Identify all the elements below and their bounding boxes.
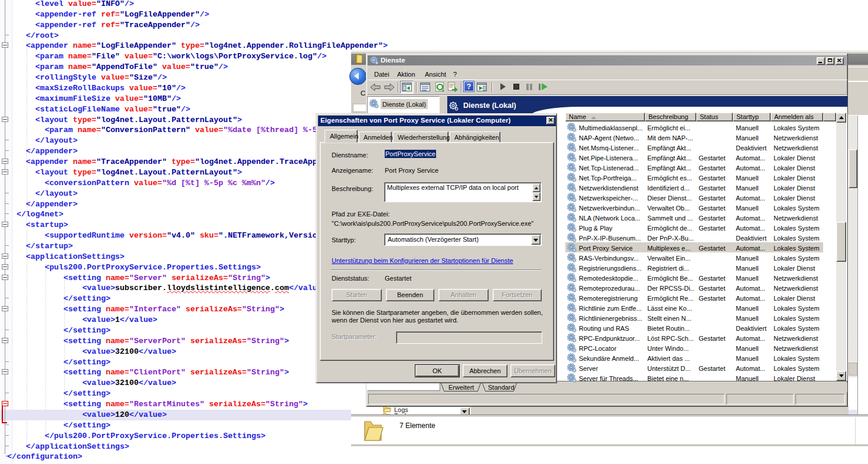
svg-text:?: ? <box>467 83 471 91</box>
